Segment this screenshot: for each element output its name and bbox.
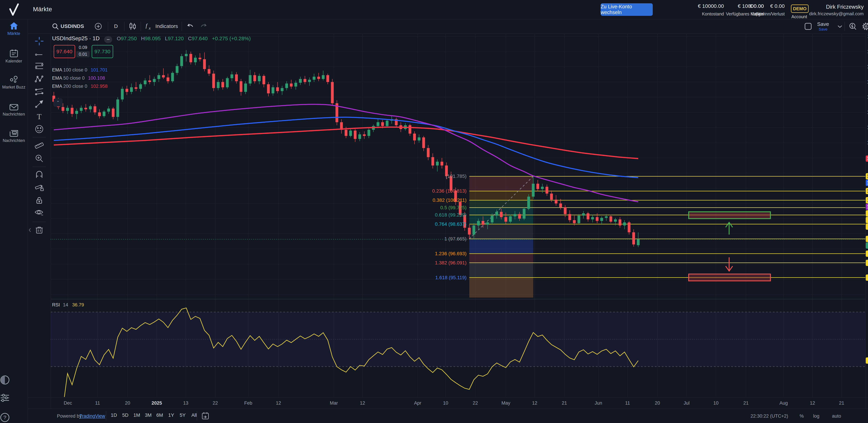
price-tick: 110.000 — [865, 49, 868, 54]
page-title: Märkte — [33, 6, 52, 13]
symbol-title: USDIndSep25 · 1D — [52, 35, 100, 41]
arrow-tool-icon[interactable] — [35, 99, 44, 108]
sidebar-item-kalender[interactable]: Kalender — [0, 49, 28, 64]
zoom-in-tool-icon[interactable] — [35, 154, 44, 163]
sidebar-item-nachrichten-mail[interactable]: Nachrichten — [0, 104, 28, 117]
emoji-tool-icon[interactable] — [35, 125, 44, 134]
bubbles-icon — [9, 76, 19, 84]
spread-high: 0.09 — [76, 45, 90, 50]
chart-legend: USDIndSep25 · 1D – O97.250 H98.095 L97.1… — [52, 35, 251, 43]
toolbar-collapse-handle[interactable] — [28, 227, 32, 233]
price-chart[interactable] — [51, 33, 865, 409]
layout-icon[interactable] — [804, 22, 812, 31]
fib-level-label: 0.5 (99.725) — [440, 205, 466, 210]
indicators-button[interactable]: Indicators — [155, 23, 178, 29]
ema-50-line — [54, 104, 638, 202]
range-button-3m[interactable]: 3M — [145, 413, 152, 418]
toolbar-separator — [32, 167, 46, 167]
range-button-1y[interactable]: 1Y — [168, 413, 174, 418]
sidebar-item-nachrichten-news[interactable]: Nachrichten — [0, 129, 28, 143]
undo-icon[interactable] — [186, 23, 194, 30]
price-tick: 94.000 — [865, 292, 868, 297]
home-icon — [9, 22, 19, 30]
percent-scale-toggle[interactable]: % — [800, 414, 804, 419]
range-button-6m[interactable]: 6M — [156, 413, 163, 418]
lock-all-icon[interactable] — [35, 196, 44, 205]
settings-sliders[interactable] — [0, 393, 28, 402]
time-label: Apr — [414, 400, 421, 406]
quick-search-icon[interactable] — [849, 22, 857, 31]
toolbar-divider — [844, 22, 845, 31]
sidebar-item-label: Kalender — [0, 59, 28, 64]
legend-collapse-button[interactable]: ⌃ — [54, 99, 62, 106]
price-badge: 96.091 — [866, 260, 868, 266]
candle-style-icon[interactable] — [129, 22, 136, 31]
rsi-value-badge: 36.79 — [866, 357, 868, 364]
interval-button[interactable]: D — [114, 23, 118, 29]
sell-button[interactable]: 97.640 — [54, 45, 75, 58]
range-button-all[interactable]: All — [191, 413, 197, 418]
measure-tool-icon[interactable] — [34, 141, 44, 151]
save-button[interactable]: Save Save — [817, 21, 829, 32]
svg-text:?: ? — [3, 415, 6, 420]
search-icon[interactable] — [52, 23, 59, 30]
add-symbol-icon[interactable] — [94, 23, 102, 30]
zone-rectangle — [689, 274, 770, 281]
svg-text:T: T — [37, 112, 41, 121]
divider — [106, 411, 106, 421]
chevron-down-icon[interactable] — [837, 25, 843, 28]
help-button[interactable]: ? — [0, 413, 28, 422]
theme-toggle[interactable] — [0, 375, 28, 385]
rsi-tick: 60.00 — [865, 323, 868, 328]
text-tool-icon[interactable]: T — [35, 112, 44, 121]
channel-tool-icon[interactable] — [35, 87, 44, 96]
trendline-tool-icon[interactable] — [35, 50, 44, 59]
profit-loss: € 0.00Gewinn/Verlust — [752, 3, 785, 17]
range-button-5d[interactable]: 5D — [122, 413, 128, 418]
fib-retracement-tool-icon[interactable] — [35, 61, 44, 70]
price-badge: 99.725 — [866, 210, 868, 217]
hide-all-icon[interactable] — [34, 208, 44, 217]
broker-logo — [9, 3, 21, 16]
fib-level-label: 0.618 (99.239) — [435, 212, 466, 218]
contrast-icon — [0, 375, 10, 385]
range-button-5y[interactable]: 5Y — [180, 413, 186, 418]
pattern-tool-icon[interactable] — [35, 74, 44, 84]
goto-date-icon[interactable] — [201, 412, 210, 420]
time-label: 11 — [95, 400, 100, 406]
drawing-mode-lock-icon[interactable] — [34, 183, 44, 192]
chart-toolbar: USDINDS D fx Indicators Save Save — [28, 19, 868, 33]
time-label: 13 — [183, 400, 188, 406]
clock[interactable]: 22:30:22 (UTC+2) — [750, 414, 788, 419]
price-scale[interactable]: 111.000110.000109.000108.000107.000106.0… — [865, 33, 868, 409]
symbol-search[interactable]: USDINDS — [61, 23, 84, 29]
svg-text:x: x — [149, 26, 151, 30]
switch-to-live-button[interactable]: Zu Live-Konto wechseln — [601, 3, 653, 16]
time-axis[interactable]: Dec112020251322Feb12Mar12Apr1022May1221J… — [28, 397, 868, 409]
time-label: Aug — [779, 400, 788, 406]
redo-icon[interactable] — [199, 23, 208, 30]
price-badge: 100.108 — [866, 204, 868, 210]
envelope-icon — [9, 104, 19, 111]
legend-visibility-toggle[interactable]: – — [104, 36, 112, 43]
range-button-1d[interactable]: 1D — [111, 413, 117, 418]
indicators-fx-icon[interactable]: fx — [145, 22, 154, 31]
trash-icon[interactable] — [35, 226, 44, 235]
fib-level-label: 0.382 (100.211) — [433, 197, 467, 203]
sidebar-item-market-buzz[interactable]: Market Buzz — [0, 76, 28, 90]
rsi-tick: 70.00 — [865, 310, 868, 315]
sidebar-item-label: Märkte — [0, 31, 28, 36]
tradingview-link[interactable]: TradingView — [79, 414, 105, 419]
magnet-tool-icon[interactable] — [35, 170, 44, 179]
ema-100-legend: EMA 100 close 0 101.701 — [52, 67, 107, 73]
time-label: 10 — [713, 400, 718, 406]
gear-icon[interactable] — [862, 22, 868, 31]
crosshair-tool-icon[interactable] — [35, 37, 44, 45]
toolbar-separator — [32, 222, 46, 222]
range-button-1m[interactable]: 1M — [133, 413, 140, 418]
buy-button[interactable]: 97.730 — [92, 45, 113, 58]
log-scale-toggle[interactable]: log — [813, 414, 819, 419]
sidebar-item-maerkte[interactable]: Märkte — [0, 22, 28, 36]
auto-scale-toggle[interactable]: auto — [832, 414, 841, 419]
tradingview-eye-icon[interactable] — [867, 399, 868, 408]
